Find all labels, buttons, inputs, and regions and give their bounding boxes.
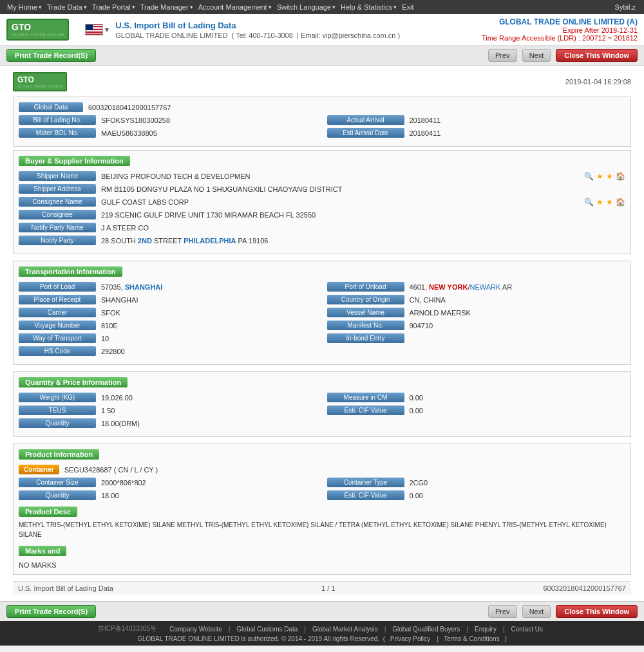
print-record-button-bottom[interactable]: Print Trade Record(S) <box>6 605 96 618</box>
gto-logo: GTO GLOBAL TRADE ONLINE <box>6 19 69 41</box>
divider-2: | <box>304 626 306 633</box>
nav-trade-portal[interactable]: Trade Portal <box>90 3 137 11</box>
shipper-icons: 🔍 ★ ★ 🏠 <box>584 172 625 181</box>
next-button-bottom[interactable]: Next <box>522 605 551 618</box>
carrier-field: Carrier SFOK <box>19 308 317 317</box>
master-bol-label: Mater BOL No. <box>19 128 96 138</box>
footer-global-customs[interactable]: Global Customs Data <box>236 626 298 633</box>
product-qty-cif-row: Quantity 18.00 Esti. CIF Value 0.00 <box>19 490 625 503</box>
container-type-value: 2CG0 <box>410 479 626 487</box>
flag-dropdown[interactable]: ▾ <box>105 25 109 34</box>
footer-terms[interactable]: Terms & Conditions <box>444 635 500 642</box>
nav-exit[interactable]: Exit <box>400 3 417 11</box>
close-window-button-top[interactable]: Close This Window <box>556 49 638 62</box>
marks-value: NO MARKS <box>19 561 625 569</box>
nav-help-statistics[interactable]: Help & Statistics <box>339 3 399 11</box>
product-qty-label: Quantity <box>19 490 96 500</box>
footer-privacy[interactable]: Privacy Policy <box>390 635 430 642</box>
shipper-search-icon[interactable]: 🔍 <box>584 172 594 181</box>
container-size-value: 2000*806*802 <box>101 479 317 487</box>
nav-account-management[interactable]: Account Management <box>196 3 274 11</box>
product-desc-block: Product Desc METHYL TRIS-(METHYL ETHYL K… <box>19 503 625 539</box>
footer-global-qualified[interactable]: Global Qualified Buyers <box>392 626 460 633</box>
voyage-number-value: 810E <box>101 322 317 330</box>
teus-field: TEUS 1.50 <box>19 405 317 415</box>
buyer-supplier-section: Buyer & Supplier Information Shipper Nam… <box>13 150 631 254</box>
record-logo-text: GTO <box>17 75 62 84</box>
way-of-transport-label: Way of Transport <box>19 333 96 343</box>
footer-global-market[interactable]: Global Market Analysis <box>312 626 378 633</box>
marks-block: Marks and NO MARKS <box>19 543 625 569</box>
shipper-address-row: Shipper Address RM B1105 DONGYU PLAZA NO… <box>19 184 625 194</box>
teus-value: 1.50 <box>101 407 317 414</box>
flag-canton <box>86 24 92 30</box>
way-of-transport-field: Way of Transport 10 <box>19 333 317 343</box>
close-window-button-bottom[interactable]: Close This Window <box>556 605 638 618</box>
receipt-origin-row: Place of Receipt SHANGHAI Country of Ori… <box>19 295 625 308</box>
esti-cif-price-field: Esti. CIF Value 0.00 <box>327 405 626 415</box>
shipper-home-icon[interactable]: 🏠 <box>616 172 625 181</box>
teus-cif-row: TEUS 1.50 Esti. CIF Value 0.00 <box>19 405 625 418</box>
container-value: SEGU3428687 ( CN / L / CY ) <box>64 466 625 474</box>
shipper-name-row: Shipper Name BEIJING PROFOUND TECH & DEV… <box>19 171 625 181</box>
icp-number: 苏ICP备14033305号 <box>98 624 156 633</box>
bol-field: Bill of Lading No. SFOKSYS180300258 <box>19 115 317 125</box>
top-navigation: My Home Trade Data Trade Portal Trade Ma… <box>0 0 644 14</box>
consignee-star-icon[interactable]: ★ <box>596 198 603 207</box>
prev-button-bottom[interactable]: Prev <box>488 605 517 618</box>
record-footer-id: 600320180412000157767 <box>544 584 626 592</box>
bol-label: Bill of Lading No. <box>19 115 96 125</box>
quantity-price-label: Quantity & Price Information <box>19 377 128 387</box>
carrier-value: SFOK <box>101 309 317 317</box>
nav-switch-language[interactable]: Switch Language <box>275 3 337 11</box>
bol-row: Bill of Lading No. SFOKSYS180300258 Actu… <box>19 115 625 128</box>
print-record-button-top[interactable]: Print Trade Record(S) <box>6 49 96 62</box>
notify-party-row: Notify Party 28 SOUTH 2ND STREET PHILADE… <box>19 236 625 245</box>
container-size-label: Container Size <box>19 478 96 487</box>
voyage-number-field: Voyage Number 810E <box>19 321 317 330</box>
logo-sub: GLOBAL TRADE ONLINE <box>12 32 64 37</box>
consignee-home-icon[interactable]: 🏠 <box>616 198 625 207</box>
shipper-name-value: BEIJING PROFOUND TECH & DEVELOPMEN <box>101 172 581 180</box>
weight-value: 19,026.00 <box>101 394 317 402</box>
vessel-name-field: Vessel Name ARNOLD MAERSK <box>327 308 626 317</box>
record-footer: U.S. Import Bill of Lading Data 1 / 1 60… <box>13 581 631 595</box>
carrier-label: Carrier <box>19 308 96 317</box>
container-size-type-row: Container Size 2000*806*802 Container Ty… <box>19 478 625 490</box>
shipper-address-value: RM B1105 DONGYU PLAZA NO 1 SHUGUANGXILI … <box>101 185 625 193</box>
product-qty-value: 18.00 <box>101 492 317 499</box>
country-origin-label: Country of Origin <box>327 295 404 304</box>
footer-company-website[interactable]: Company Website <box>169 626 222 633</box>
port-unload-label: Port of Unload <box>327 282 404 292</box>
next-button-top[interactable]: Next <box>522 49 551 62</box>
footer-contact-us[interactable]: Contact Us <box>511 626 543 633</box>
nav-my-home[interactable]: My Home <box>5 3 44 11</box>
esti-arrival-label: Esti Arrival Date <box>327 128 404 138</box>
container-type-field: Container Type 2CG0 <box>327 478 626 487</box>
actual-arrival-label: Actual Arrival <box>327 115 404 125</box>
shipper-star2-icon[interactable]: ★ <box>606 172 613 181</box>
notify-party-label: Notify Party <box>19 236 96 245</box>
global-data-label: Global Data <box>19 102 83 112</box>
consignee-search-icon[interactable]: 🔍 <box>584 198 594 207</box>
port-unload-field: Port of Unload 4601, NEW YORK/NEWARK AR <box>327 282 626 292</box>
record-footer-type: U.S. Import Bill of Lading Data <box>18 584 113 592</box>
header-bar: GTO GLOBAL TRADE ONLINE ▾ U.S. Import Bi… <box>0 14 644 46</box>
nav-trade-data[interactable]: Trade Data <box>45 3 89 11</box>
teus-label: TEUS <box>19 405 96 415</box>
esti-arrival-field: Esti Arrival Date 20180411 <box>327 128 626 138</box>
nav-buttons: Prev Next <box>488 49 551 62</box>
consignee-star2-icon[interactable]: ★ <box>606 198 613 207</box>
esti-cif-price-label: Esti. CIF Value <box>327 405 404 415</box>
manifest-no-value: 904710 <box>410 322 626 330</box>
nav-trade-manager[interactable]: Trade Manager <box>138 3 195 11</box>
footer-enquiry[interactable]: Enquiry <box>475 626 497 633</box>
shipper-star-icon[interactable]: ★ <box>596 172 603 181</box>
email: Email: vip@pierschina.com.cn <box>301 32 396 39</box>
weight-measure-row: Weight (KG) 19,026.00 Measure in CM 0.00 <box>19 393 625 405</box>
measure-cm-value: 0.00 <box>410 394 626 402</box>
footer-copyright: GLOBAL TRADE ONLINE LIMITED is authorize… <box>6 635 638 642</box>
product-cif-field: Esti. CIF Value 0.00 <box>327 490 626 500</box>
prev-button-top[interactable]: Prev <box>488 49 517 62</box>
buyer-supplier-label: Buyer & Supplier Information <box>19 156 130 166</box>
